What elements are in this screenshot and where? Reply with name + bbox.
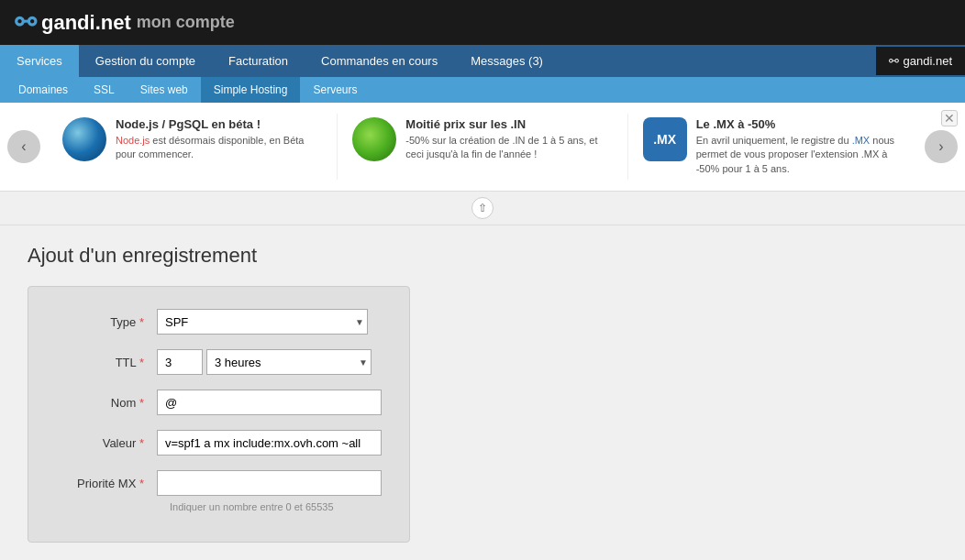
form-row-ttl: TTL * 1 heure 3 heures 6 heures 12 heure… — [56, 349, 382, 375]
form-container: Type * A AAAA CNAME MX NS SPF SRV TXT ▼ — [28, 286, 410, 543]
header: ⚯ gandi.net mon compte — [0, 0, 965, 45]
banner-prev[interactable]: ‹ — [7, 130, 40, 163]
nav-gestion[interactable]: Gestion du compte — [79, 45, 212, 77]
banner-area: ‹ Node.js / PgSQL en béta ! Node.js est … — [0, 103, 965, 192]
valeur-required: * — [139, 436, 144, 450]
banner-text-nodejs: Node.js / PgSQL en béta ! Node.js est dé… — [116, 117, 322, 162]
ttl-unit-wrapper: 1 heure 3 heures 6 heures 12 heures 24 h… — [206, 349, 372, 375]
form-row-nom: Nom * — [56, 390, 382, 415]
ttl-unit-select[interactable]: 1 heure 3 heures 6 heures 12 heures 24 h… — [206, 349, 372, 375]
type-label: Type * — [56, 315, 157, 329]
type-select-wrapper: A AAAA CNAME MX NS SPF SRV TXT ▼ — [157, 309, 368, 335]
nom-input[interactable] — [157, 390, 382, 415]
subnav-sites[interactable]: Sites web — [128, 77, 201, 103]
banner-text-in: Moitié prix sur les .IN -50% sur la créa… — [405, 117, 612, 162]
banner-desc-3: En avril uniquement, le registre du .MX … — [696, 134, 903, 176]
mx-icon: .MX — [643, 117, 687, 161]
confirm-text: Confirm your record — [956, 286, 965, 310]
banner-item-nodejs: Node.js / PgSQL en béta ! Node.js est dé… — [48, 114, 338, 180]
valeur-label: Valeur * — [56, 436, 157, 450]
type-select[interactable]: A AAAA CNAME MX NS SPF SRV TXT — [157, 309, 368, 335]
banner-close[interactable]: ✕ — [941, 110, 958, 126]
ttl-number-input[interactable] — [157, 349, 203, 375]
banner-items: Node.js / PgSQL en béta ! Node.js est dé… — [48, 114, 917, 180]
page-title: Ajout d'un enregistrement — [28, 244, 937, 268]
confirm-annotation-area: Confirm your record — [956, 286, 965, 442]
valeur-input[interactable] — [157, 430, 382, 456]
priorite-input[interactable] — [157, 470, 382, 496]
banner-item-in: Moitié prix sur les .IN -50% sur la créa… — [338, 114, 627, 180]
banner-title-1: Node.js / PgSQL en béta ! — [116, 117, 322, 131]
main-content: Ajout d'un enregistrement Type * A AAAA … — [0, 225, 965, 560]
banner-next[interactable]: › — [925, 130, 958, 163]
ttl-inputs: 1 heure 3 heures 6 heures 12 heures 24 h… — [157, 349, 372, 375]
priorite-hint: Indiquer un nombre entre 0 et 65535 — [170, 501, 382, 512]
chevron-area: ⇧ — [0, 192, 965, 225]
sub-nav: Domaines SSL Sites web Simple Hosting Se… — [0, 77, 965, 103]
form-row-valeur: Valeur * — [56, 430, 382, 456]
nom-label: Nom * — [56, 396, 157, 410]
banner-item-mx: .MX Le .MX à -50% En avril uniquement, l… — [628, 114, 917, 180]
header-subtitle: mon compte — [137, 13, 235, 32]
form-row-type: Type * A AAAA CNAME MX NS SPF SRV TXT ▼ — [56, 309, 382, 335]
banner-desc-2: -50% sur la création de .IN de 1 à 5 ans… — [405, 134, 612, 162]
confirm-arrow — [956, 314, 965, 443]
nom-required: * — [139, 396, 144, 410]
priorite-label: Priorité MX * — [56, 477, 157, 490]
banner-text-mx: Le .MX à -50% En avril uniquement, le re… — [696, 117, 903, 176]
nav-commandes[interactable]: Commandes en cours — [305, 45, 454, 77]
logo-text: gandi.net — [41, 11, 131, 35]
nav-messages[interactable]: Messages (3) — [454, 45, 560, 77]
banner-desc-1: Node.js est désormais disponible, en Bét… — [116, 134, 322, 162]
logo: ⚯ gandi.net mon compte — [15, 7, 235, 38]
banner-title-2: Moitié prix sur les .IN — [405, 117, 612, 131]
collapse-button[interactable]: ⇧ — [471, 197, 494, 219]
gandi-icon: ⚯ — [889, 54, 899, 68]
ttl-required: * — [139, 356, 144, 369]
main-nav: Services Gestion du compte Facturation C… — [0, 45, 965, 77]
subnav-serveurs[interactable]: Serveurs — [300, 77, 370, 103]
subnav-domaines[interactable]: Domaines — [6, 77, 81, 103]
ttl-label: TTL * — [56, 356, 157, 369]
logo-icon: ⚯ — [15, 7, 36, 38]
nav-facturation[interactable]: Facturation — [212, 45, 305, 77]
globe-icon — [62, 117, 106, 161]
gandi-brand: ⚯ gandi.net — [876, 47, 966, 75]
banner-title-3: Le .MX à -50% — [696, 117, 903, 131]
priorite-required: * — [139, 477, 144, 490]
subnav-ssl[interactable]: SSL — [81, 77, 128, 103]
type-required: * — [139, 315, 144, 329]
form-row-priorite: Priorité MX * — [56, 470, 382, 496]
green-icon — [352, 117, 396, 161]
subnav-simple-hosting[interactable]: Simple Hosting — [201, 77, 301, 103]
nav-services[interactable]: Services — [0, 45, 79, 77]
